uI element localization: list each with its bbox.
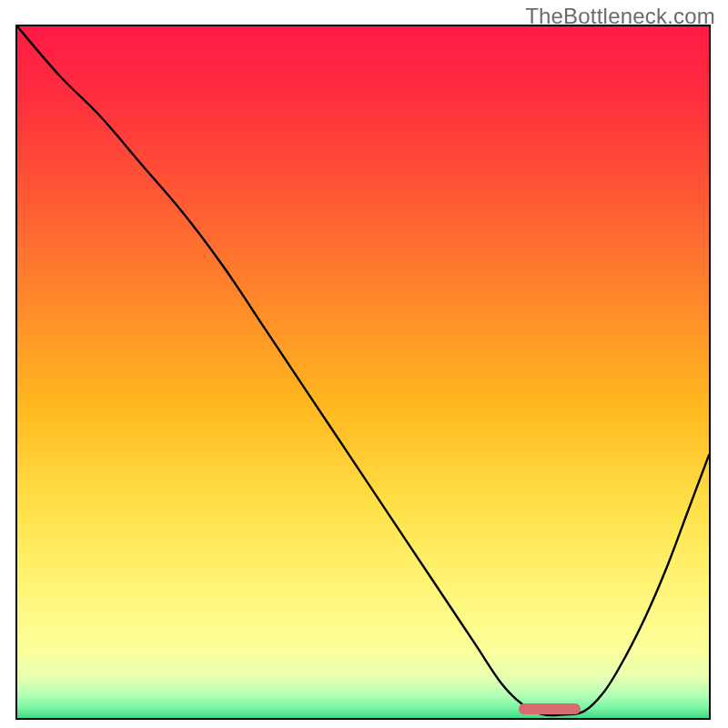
optimal-marker bbox=[519, 703, 581, 714]
chart-container: TheBottleneck.com bbox=[0, 0, 728, 728]
curve-line bbox=[17, 26, 709, 718]
plot-area bbox=[15, 25, 711, 720]
